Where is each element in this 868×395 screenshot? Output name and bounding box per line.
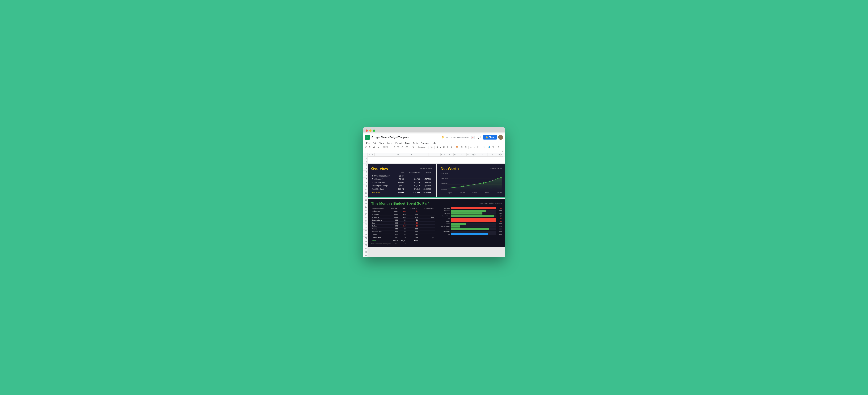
networth-title: Net Worth bbox=[441, 166, 459, 171]
bar-value-personalcare: $60 bbox=[496, 226, 502, 227]
col-b[interactable]: B bbox=[371, 153, 375, 157]
budget-budgeted-personalcare: $75 bbox=[388, 230, 399, 233]
col-o[interactable]: O bbox=[467, 153, 469, 157]
underline-button[interactable]: U bbox=[442, 146, 445, 149]
decrease-decimal[interactable]: .0 bbox=[401, 146, 404, 149]
menu-edit[interactable]: Edit bbox=[371, 141, 378, 145]
col-j[interactable]: J bbox=[446, 153, 448, 157]
budget-spent-coffee: $105 bbox=[399, 224, 407, 227]
col-s[interactable]: S bbox=[477, 153, 488, 157]
col-f[interactable]: F bbox=[418, 153, 429, 157]
zoom-select[interactable]: 100% ▾ bbox=[382, 145, 391, 149]
budget-cut-coffee bbox=[419, 224, 435, 227]
row-19: 19 bbox=[363, 219, 368, 223]
svg-point-8 bbox=[463, 186, 464, 187]
row-10: 10 bbox=[363, 188, 368, 191]
col-l[interactable]: L bbox=[451, 153, 454, 157]
col-i[interactable]: I bbox=[443, 153, 446, 157]
menu-help[interactable]: Help bbox=[430, 141, 437, 145]
text-rotation-button[interactable]: ⟳ bbox=[476, 145, 479, 149]
strikethrough-button[interactable]: S̶ bbox=[446, 145, 449, 149]
activity-icon[interactable]: 📈 bbox=[471, 135, 475, 140]
y-label-15k: $15,000.00 bbox=[441, 178, 447, 179]
borders-button[interactable]: ⊞ bbox=[460, 145, 463, 149]
row-9: 9 bbox=[363, 185, 368, 188]
col-e[interactable]: E bbox=[406, 153, 418, 157]
redo-button[interactable]: ↻ bbox=[368, 145, 372, 149]
col-d[interactable]: D bbox=[390, 153, 406, 157]
currency-button[interactable]: $ bbox=[393, 146, 396, 149]
bar-value-shopping: $40 bbox=[496, 212, 502, 214]
font-select[interactable]: Corpass ▾ bbox=[417, 145, 427, 149]
col-h[interactable]: H bbox=[441, 153, 443, 157]
print-button[interactable]: 🖨 bbox=[372, 146, 376, 149]
close-button[interactable] bbox=[366, 129, 368, 132]
filter-button[interactable]: ▽ bbox=[492, 145, 495, 149]
budget-cat-gas: Gas bbox=[371, 222, 388, 224]
col-g[interactable]: G bbox=[429, 153, 441, 157]
document-title: Google Sheets Budget Template bbox=[372, 136, 440, 139]
bar-unexpected: Unexpected $44 bbox=[438, 231, 502, 233]
user-avatar[interactable] bbox=[498, 135, 503, 140]
collapse-button[interactable]: ∧ bbox=[501, 150, 504, 153]
menu-view[interactable]: View bbox=[378, 141, 385, 145]
increase-decimal[interactable]: .00 bbox=[404, 146, 409, 149]
col-q[interactable]: Q bbox=[472, 153, 474, 157]
overview-netcash-label: Total Net Cash* bbox=[372, 188, 395, 191]
budget-cut-unexpected: -$6 bbox=[419, 236, 435, 239]
bar-fill-personalcare bbox=[451, 225, 460, 228]
traffic-lights bbox=[366, 129, 502, 132]
menu-addons[interactable]: Add-ons bbox=[419, 141, 430, 145]
bar-gas: Gas $0 bbox=[438, 218, 502, 220]
format-number[interactable]: 123 bbox=[410, 146, 414, 149]
share-button[interactable]: 🔒 Share bbox=[483, 135, 497, 139]
budget-remaining-eatingout: $0 bbox=[407, 210, 418, 212]
col-t[interactable]: T bbox=[488, 153, 498, 157]
budget-col-category: Budget Category bbox=[371, 207, 388, 210]
font-size[interactable]: 10 bbox=[430, 146, 433, 149]
overview-col-label bbox=[372, 172, 395, 174]
col-k[interactable]: K bbox=[448, 153, 451, 157]
row-11: 11 bbox=[363, 191, 368, 195]
menu-format[interactable]: Format bbox=[394, 141, 403, 145]
chart-button[interactable]: 📊 bbox=[487, 145, 491, 149]
col-a[interactable]: A bbox=[368, 153, 371, 157]
col-u[interactable]: U bbox=[498, 153, 500, 157]
col-m[interactable]: M bbox=[454, 153, 456, 157]
bar-groceries: Groceries $67 bbox=[438, 210, 502, 212]
file-folder-icon[interactable]: 📁 bbox=[442, 136, 444, 139]
budget-cat-hobby: Hobby bbox=[371, 233, 388, 236]
text-color-button[interactable]: A bbox=[450, 146, 453, 149]
toolbar-sep-6 bbox=[454, 145, 454, 149]
budget-spent-eatingout: $445 bbox=[399, 210, 407, 212]
link-button[interactable]: 🔗 bbox=[482, 145, 486, 149]
bar-container-shopping bbox=[451, 212, 496, 215]
toolbar-sep-1 bbox=[381, 145, 381, 149]
comments-icon[interactable]: 💬 bbox=[477, 135, 482, 140]
percent-button[interactable]: % bbox=[396, 146, 400, 149]
fill-color-button[interactable]: 🎨 bbox=[455, 145, 459, 149]
function-button[interactable]: ∑ bbox=[497, 146, 500, 149]
valign-button[interactable]: ↕ bbox=[473, 146, 476, 149]
menu-tools[interactable]: Tools bbox=[411, 141, 419, 145]
undo-button[interactable]: ↺ bbox=[364, 145, 368, 149]
menu-data[interactable]: Data bbox=[404, 141, 411, 145]
spacer bbox=[368, 197, 505, 198]
merge-cells-button[interactable]: ⊡ bbox=[464, 145, 467, 149]
menu-insert[interactable]: Insert bbox=[386, 141, 394, 145]
overview-checking-label: Net Checking Balance* bbox=[372, 174, 395, 177]
paint-format-button[interactable]: 🖌 bbox=[376, 146, 380, 149]
col-n[interactable]: N bbox=[456, 153, 467, 157]
maximize-button[interactable] bbox=[373, 129, 375, 132]
col-v[interactable]: V bbox=[500, 153, 503, 157]
minimize-button[interactable] bbox=[369, 129, 372, 132]
bold-button[interactable]: B bbox=[436, 146, 439, 149]
col-r[interactable]: R bbox=[474, 153, 477, 157]
overview-retirement-growth: $720.00 bbox=[421, 181, 432, 184]
col-c[interactable]: C bbox=[375, 153, 390, 157]
italic-button[interactable]: I bbox=[439, 146, 442, 149]
col-p[interactable]: P bbox=[469, 153, 472, 157]
menu-file[interactable]: File bbox=[365, 141, 371, 145]
align-button[interactable]: ≡ bbox=[470, 146, 472, 149]
budget-bar-chart: Eating Out -$1 Groceries bbox=[438, 207, 502, 244]
